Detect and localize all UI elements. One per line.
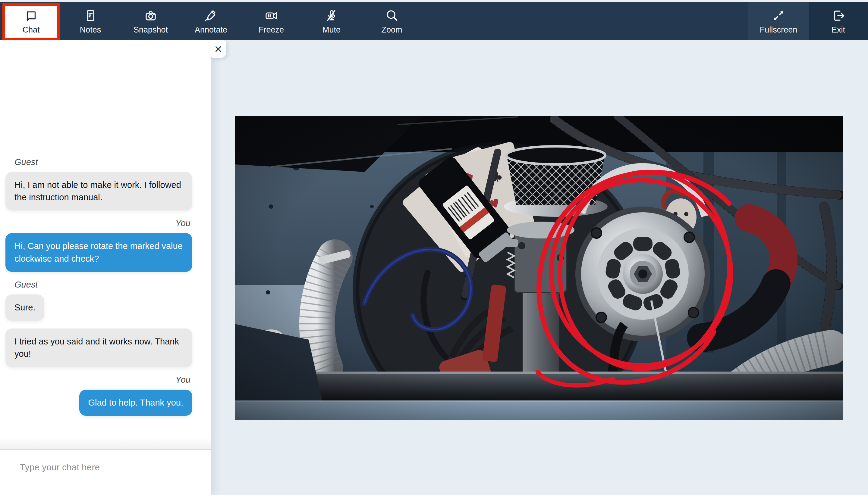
chat-message-list: Guest Hi, I am not able to make it work.… [0, 40, 211, 449]
chat-bubble-guest: Sure. [5, 294, 44, 321]
chat-bubble-you: Hi, Can you please rotate the marked val… [5, 233, 192, 272]
fullscreen-arrows-icon [771, 8, 786, 23]
toolbar-label-mute: Mute [323, 26, 341, 34]
chat-bubble-guest: Hi, I am not able to make it work. I fol… [5, 172, 192, 210]
close-icon: ✕ [214, 44, 223, 55]
annotate-pencil-icon [204, 8, 218, 23]
notes-icon [83, 8, 98, 23]
chat-input-area [0, 449, 211, 495]
toolbar-button-chat[interactable]: Chat [2, 3, 60, 40]
toolbar-label-zoom: Zoom [381, 26, 402, 34]
toolbar-button-notes[interactable]: Notes [60, 2, 120, 40]
toolbar-label-freeze: Freeze [259, 26, 284, 34]
toolbar-button-zoom[interactable]: Zoom [362, 2, 422, 40]
toolbar-label-notes: Notes [80, 26, 101, 34]
sender-label: You [5, 218, 191, 228]
toolbar-label-snapshot: Snapshot [133, 26, 168, 34]
chat-bubble-guest: I tried as you said and it works now. Th… [5, 328, 192, 367]
chat-input[interactable] [19, 462, 195, 473]
exit-logout-icon [831, 8, 846, 23]
window-top-strip [0, 0, 868, 2]
sender-label: Guest [15, 157, 199, 167]
toolbar-button-freeze[interactable]: Freeze [241, 2, 301, 40]
toolbar: Chat Notes Snapshot Annotat [0, 2, 868, 40]
toolbar-label-annotate: Annotate [195, 26, 227, 34]
engine-photo-canvas: ♠ ♦ ♣ ♥ A [235, 116, 843, 420]
toolbar-label-fullscreen: Fullscreen [760, 26, 798, 34]
camera-icon [144, 8, 158, 23]
toolbar-label-chat: Chat [22, 26, 39, 34]
chat-close-button[interactable]: ✕ [210, 40, 226, 58]
microphone-muted-icon [324, 8, 339, 23]
toolbar-button-exit[interactable]: Exit [809, 2, 868, 40]
toolbar-button-mute[interactable]: Mute [301, 2, 362, 40]
sender-label: You [5, 375, 191, 385]
video-pause-icon [264, 8, 278, 23]
chat-bubble-icon [24, 9, 38, 23]
chat-bubble-you: Glad to help. Thank you. [79, 390, 192, 416]
toolbar-button-snapshot[interactable]: Snapshot [120, 2, 181, 40]
magnifier-icon [384, 8, 399, 23]
engine-photo[interactable]: ♠ ♦ ♣ ♥ A [235, 116, 843, 420]
toolbar-button-annotate[interactable]: Annotate [181, 2, 241, 40]
toolbar-button-fullscreen[interactable]: Fullscreen [748, 2, 809, 40]
chat-panel: ✕ Guest Hi, I am not able to make it wor… [0, 40, 211, 495]
toolbar-label-exit: Exit [832, 26, 845, 34]
sender-label: Guest [15, 280, 199, 290]
